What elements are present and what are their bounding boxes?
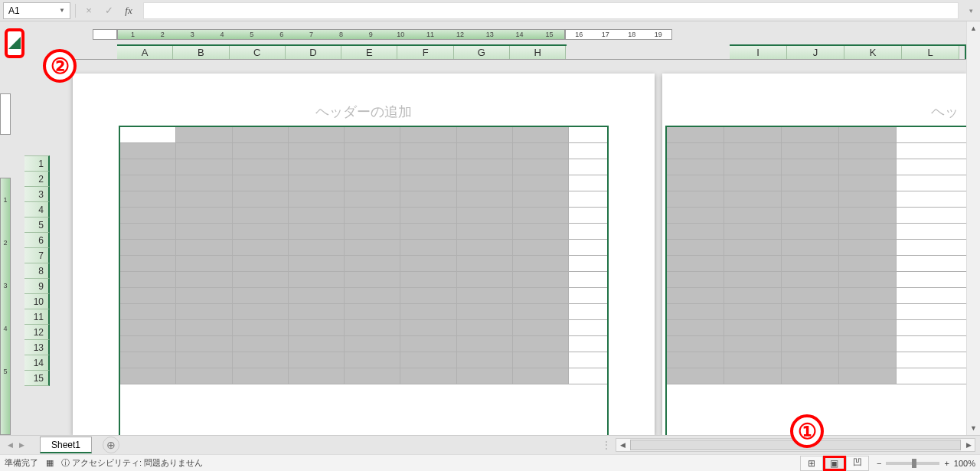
cell[interactable] <box>120 368 176 384</box>
cell[interactable] <box>457 320 513 335</box>
cell[interactable] <box>289 304 345 319</box>
vertical-ruler[interactable]: 1 2 3 4 5 <box>0 178 11 435</box>
row-header[interactable]: 4 <box>24 201 50 218</box>
cell[interactable] <box>176 208 232 223</box>
row-header[interactable]: 2 <box>24 171 50 187</box>
cell[interactable] <box>176 191 232 207</box>
cell[interactable] <box>513 191 569 207</box>
cell[interactable] <box>457 304 513 319</box>
cell[interactable] <box>457 143 513 159</box>
cell[interactable] <box>120 127 176 142</box>
cell[interactable] <box>667 208 724 223</box>
macro-record-icon[interactable]: ▦ <box>46 458 54 468</box>
tab-split-handle[interactable]: ⋮ <box>602 440 611 450</box>
cell[interactable] <box>513 240 569 255</box>
cell[interactable] <box>120 224 176 239</box>
cell[interactable] <box>289 320 345 335</box>
cell[interactable] <box>457 159 513 175</box>
row-header[interactable]: 11 <box>24 309 50 325</box>
cell[interactable] <box>457 208 513 223</box>
row-header[interactable]: 1 <box>24 155 50 172</box>
column-header[interactable]: J <box>787 46 844 59</box>
cell[interactable] <box>839 336 897 352</box>
scroll-up-icon[interactable]: ▲ <box>967 21 980 35</box>
cell[interactable] <box>400 352 456 368</box>
cell[interactable] <box>724 191 782 207</box>
cell[interactable] <box>345 127 400 142</box>
cell[interactable] <box>289 256 345 271</box>
row-header[interactable]: 13 <box>24 339 50 355</box>
cell[interactable] <box>839 159 897 175</box>
cell[interactable] <box>233 320 289 335</box>
cell[interactable] <box>667 127 724 142</box>
cell[interactable] <box>176 175 232 191</box>
cell[interactable] <box>400 159 456 175</box>
cell[interactable] <box>233 240 289 255</box>
cell[interactable] <box>839 143 897 159</box>
cell[interactable] <box>120 272 176 287</box>
cell[interactable] <box>345 304 400 319</box>
name-box-dropdown-icon[interactable]: ▼ <box>59 7 65 14</box>
cell[interactable] <box>839 304 897 319</box>
cell[interactable] <box>120 336 176 352</box>
zoom-in-button[interactable]: + <box>944 459 949 468</box>
cell[interactable] <box>120 256 176 271</box>
cell[interactable] <box>233 159 289 175</box>
cell[interactable] <box>839 288 897 303</box>
cell[interactable] <box>513 368 569 384</box>
cell[interactable] <box>345 256 400 271</box>
cell[interactable] <box>513 352 569 368</box>
cell[interactable] <box>289 240 345 255</box>
row-header[interactable]: 15 <box>24 370 50 386</box>
cell[interactable] <box>782 224 839 239</box>
cell[interactable] <box>782 304 839 319</box>
cell[interactable] <box>345 368 400 384</box>
cell[interactable] <box>289 143 345 159</box>
cell[interactable] <box>345 272 400 287</box>
page-break-view-button[interactable]: 凹 <box>846 456 869 471</box>
cell[interactable] <box>782 288 839 303</box>
sheet-nav-buttons[interactable]: ◀ ▶ <box>0 441 32 449</box>
cell[interactable] <box>457 127 513 142</box>
cell[interactable] <box>233 256 289 271</box>
column-header[interactable]: D <box>286 46 341 59</box>
cell[interactable] <box>839 208 897 223</box>
cell[interactable] <box>724 224 782 239</box>
cell[interactable] <box>839 256 897 271</box>
cell[interactable] <box>513 159 569 175</box>
cell[interactable] <box>782 143 839 159</box>
row-header[interactable]: 9 <box>24 278 50 294</box>
cell[interactable] <box>782 240 839 255</box>
cell[interactable] <box>839 224 897 239</box>
cell[interactable] <box>176 352 232 368</box>
cell[interactable] <box>345 208 400 223</box>
vertical-scrollbar[interactable]: ▲ ▼ <box>966 21 980 435</box>
cell[interactable] <box>176 127 232 142</box>
cell[interactable] <box>724 256 782 271</box>
cell[interactable] <box>839 240 897 255</box>
cell[interactable] <box>120 175 176 191</box>
column-header[interactable]: B <box>173 46 229 59</box>
cell[interactable] <box>233 143 289 159</box>
page1-grid[interactable] <box>119 126 609 435</box>
cell[interactable] <box>457 336 513 352</box>
cell[interactable] <box>289 368 345 384</box>
cell[interactable] <box>513 127 569 142</box>
cell[interactable] <box>233 304 289 319</box>
cell[interactable] <box>400 224 456 239</box>
cell[interactable] <box>513 224 569 239</box>
cell[interactable] <box>513 336 569 352</box>
column-header[interactable]: F <box>397 46 453 59</box>
cell[interactable] <box>457 191 513 207</box>
accessibility-status[interactable]: ⓘ アクセシビリティ: 問題ありません <box>61 457 203 469</box>
cell[interactable] <box>120 159 176 175</box>
prev-sheet-icon[interactable]: ◀ <box>8 441 13 449</box>
cell[interactable] <box>724 352 782 368</box>
cell[interactable] <box>667 159 724 175</box>
page2-grid[interactable] <box>665 126 966 435</box>
cell[interactable] <box>233 352 289 368</box>
cell[interactable] <box>120 304 176 319</box>
cell[interactable] <box>120 143 176 159</box>
cell[interactable] <box>457 368 513 384</box>
cell[interactable] <box>400 240 456 255</box>
